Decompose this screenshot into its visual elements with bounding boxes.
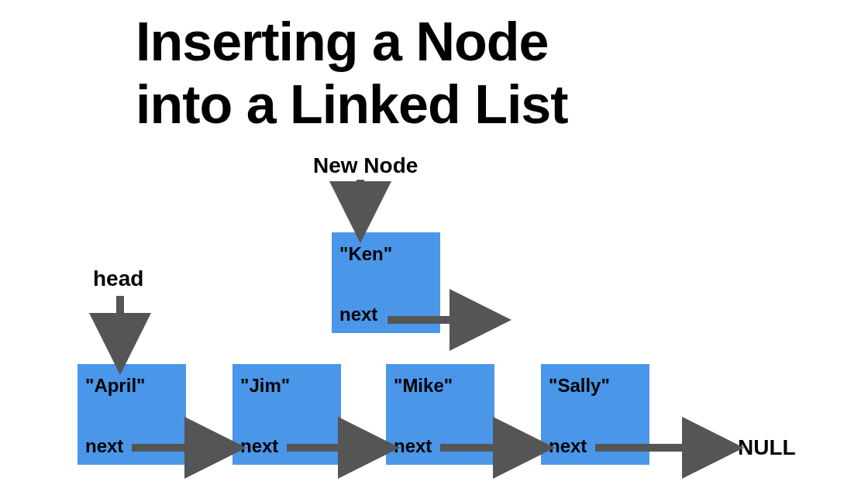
diagram-title: Inserting a Node into a Linked List [136,11,568,136]
arrow-ken-next [388,310,504,333]
arrow-head-down [108,296,140,366]
arrow-april-to-jim [132,438,240,461]
node-mike-name: "Mike" [394,375,487,397]
node-sally-name: "Sally" [549,375,642,397]
arrow-mike-to-sally [440,438,549,461]
head-label: head [93,266,143,291]
node-ken-name: "Ken" [339,243,432,265]
node-april-name: "April" [85,375,178,397]
title-line-2: into a Linked List [136,74,568,135]
title-line-1: Inserting a Node [136,12,548,72]
arrow-jim-to-mike [287,438,395,461]
new-node-label: New Node [313,153,418,178]
node-jim-name: "Jim" [240,375,333,397]
null-label: NULL [738,435,796,460]
arrow-sally-to-null [595,438,735,461]
arrow-newnode-down [349,180,380,234]
